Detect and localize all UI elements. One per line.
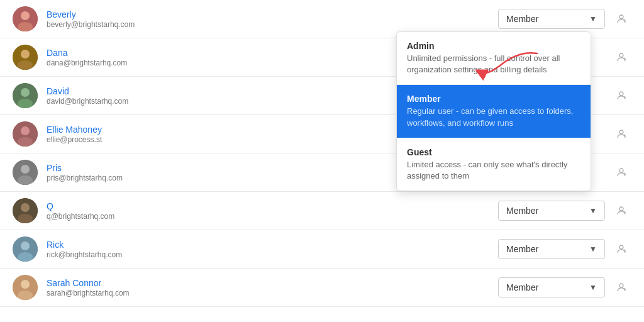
member-info: Q q@brightstarhq.com [47, 201, 498, 221]
svg-point-21 [21, 165, 30, 174]
member-name: Rick [47, 240, 498, 250]
role-label: Member [506, 282, 538, 292]
dropdown-item-title: Admin [407, 41, 580, 51]
svg-point-38 [619, 284, 623, 287]
dropdown-item-guest[interactable]: Guest Limited access - can only see what… [397, 138, 591, 191]
svg-point-28 [619, 207, 623, 211]
svg-point-26 [21, 203, 30, 212]
remove-member-button[interactable] [611, 201, 631, 221]
member-email: ellie@process.st [47, 135, 329, 144]
member-name: Dana [47, 48, 329, 58]
svg-point-13 [619, 92, 623, 96]
chevron-down-icon: ▼ [589, 245, 597, 253]
member-row: Q q@brightstarhq.com Member ▼ [0, 192, 644, 230]
role-dropdown-rick[interactable]: Member ▼ [498, 239, 605, 259]
avatar [13, 160, 38, 185]
role-dropdown-sarah[interactable]: Member ▼ [498, 277, 605, 297]
member-info: Ellie Mahoney ellie@process.st [47, 125, 329, 144]
avatar [13, 45, 38, 70]
role-dropdown-beverly[interactable]: Member ▼ [498, 9, 605, 29]
dropdown-item-description: Unlimited permissions - full control ove… [407, 53, 560, 74]
member-email: beverly@brightstarhq.com [47, 20, 498, 29]
svg-point-33 [619, 245, 623, 249]
dropdown-item-title: Guest [407, 147, 580, 157]
role-label: Member [506, 206, 538, 216]
dropdown-item-description: Regular user - can be given access to fo… [407, 106, 573, 127]
svg-point-6 [21, 50, 30, 58]
member-email: david@brightstarhq.com [47, 97, 329, 106]
svg-point-8 [619, 53, 623, 57]
role-label: Member [506, 14, 538, 24]
avatar [13, 6, 38, 31]
member-info: Sarah Connor sarah@brightstarhq.com [47, 278, 498, 297]
member-name: Sarah Connor [47, 278, 498, 288]
member-info: Dana dana@brightstarhq.com [47, 48, 329, 67]
dropdown-item-description: Limited access - can only see what's dir… [407, 160, 567, 180]
avatar [13, 198, 38, 223]
chevron-down-icon: ▼ [589, 283, 597, 292]
remove-member-button[interactable] [611, 86, 631, 106]
member-info: Beverly beverly@brightstarhq.com [47, 9, 498, 29]
remove-member-button[interactable] [611, 162, 631, 182]
member-name: David [47, 86, 329, 96]
member-row: Sarah Connor sarah@brightstarhq.com Memb… [0, 269, 644, 307]
role-dropdown-menu: Admin Unlimited permissions - full contr… [396, 31, 591, 191]
role-dropdown-q[interactable]: Member ▼ [498, 201, 605, 221]
avatar [13, 275, 38, 300]
svg-point-11 [21, 88, 30, 97]
member-info: David david@brightstarhq.com [47, 86, 329, 106]
role-label: Member [506, 244, 538, 254]
dropdown-item-member[interactable]: Member Regular user - can be given acces… [397, 85, 591, 137]
svg-point-31 [21, 242, 30, 250]
remove-member-button[interactable] [611, 47, 631, 67]
dropdown-item-admin[interactable]: Admin Unlimited permissions - full contr… [397, 32, 591, 85]
remove-member-button[interactable] [611, 239, 631, 259]
avatar [13, 121, 38, 147]
chevron-down-icon: ▼ [589, 14, 597, 23]
avatar [13, 236, 38, 262]
dropdown-item-title: Member [407, 94, 580, 104]
member-name: Ellie Mahoney [47, 125, 329, 135]
remove-member-button[interactable] [611, 9, 631, 29]
member-email: q@brightstarhq.com [47, 212, 498, 221]
avatar [13, 83, 38, 108]
svg-point-18 [619, 130, 623, 134]
page-container: Beverly beverly@brightstarhq.com Member … [0, 0, 644, 322]
member-email: sarah@brightstarhq.com [47, 289, 498, 297]
member-info: Rick rick@brightstarhq.com [47, 240, 498, 259]
remove-member-button[interactable] [611, 124, 631, 144]
svg-point-36 [21, 280, 30, 289]
member-row: Rick rick@brightstarhq.com Member ▼ [0, 230, 644, 269]
svg-point-1 [21, 11, 30, 20]
svg-point-3 [619, 15, 623, 19]
member-email: rick@brightstarhq.com [47, 250, 498, 259]
member-name: Beverly [47, 9, 498, 19]
svg-point-16 [21, 126, 30, 135]
chevron-down-icon: ▼ [589, 206, 597, 215]
member-name: Q [47, 201, 498, 211]
remove-member-button[interactable] [611, 277, 631, 297]
svg-point-23 [619, 169, 623, 172]
member-email: dana@brightstarhq.com [47, 58, 329, 67]
